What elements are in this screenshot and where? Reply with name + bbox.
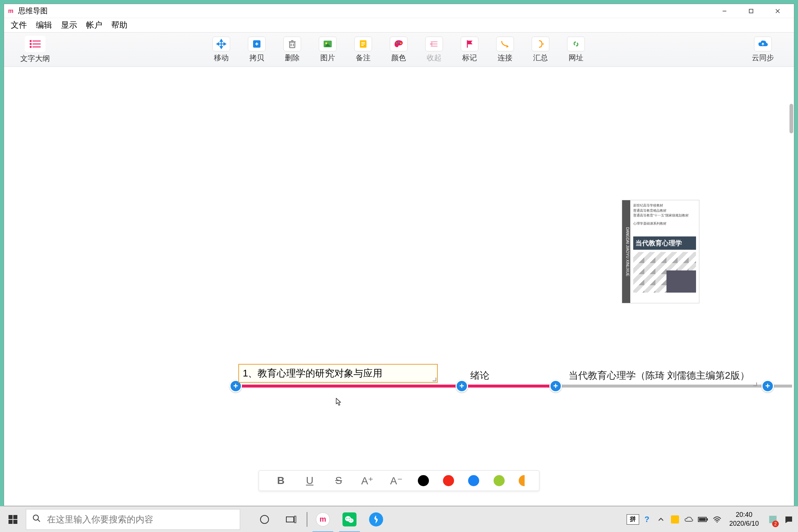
node-image-book[interactable]: DANGDAI JIAOYU XINLIXUE 新世纪高等学校教材 普通高等教育…: [622, 200, 699, 303]
format-bold[interactable]: B: [273, 473, 288, 488]
search-icon: [32, 514, 41, 525]
add-node-button[interactable]: +: [761, 380, 774, 392]
svg-point-52: [348, 518, 354, 523]
svg-point-33: [400, 42, 402, 44]
tray-chevron-up-icon[interactable]: [655, 507, 667, 532]
search-placeholder: 在这里输入你要搜索的内容: [47, 514, 153, 525]
color-blue[interactable]: [468, 475, 479, 486]
title-bar: m 思维导图: [4, 4, 794, 18]
svg-point-56: [351, 519, 352, 520]
minimize-button[interactable]: [711, 4, 738, 18]
flag-icon: [461, 37, 478, 51]
color-black[interactable]: [418, 475, 429, 486]
svg-point-48: [260, 515, 269, 524]
svg-rect-1: [749, 9, 753, 13]
maximize-button[interactable]: [738, 4, 764, 18]
svg-point-6: [30, 43, 31, 44]
svg-rect-49: [286, 517, 294, 522]
cursor-icon: [336, 398, 342, 406]
app-logo-icon: m: [7, 7, 14, 15]
menu-help[interactable]: 帮助: [108, 18, 131, 32]
note-icon: [354, 37, 372, 51]
trash-icon: [283, 37, 301, 51]
tool-outline[interactable]: 文字大纲: [19, 35, 51, 64]
tool-note[interactable]: 备注: [347, 35, 379, 64]
app-window: m 思维导图 文件 编辑 显示 帐户 帮助 文字大纲 移动 拷贝 删除: [4, 4, 794, 506]
mindmap-canvas[interactable]: DANGDAI JIAOYU XINLIXUE 新世纪高等学校教材 普通高等教育…: [4, 67, 794, 506]
svg-rect-44: [8, 520, 13, 524]
tool-flag[interactable]: 标记: [453, 35, 486, 64]
svg-marker-14: [217, 43, 219, 45]
color-green[interactable]: [494, 475, 505, 486]
svg-point-31: [396, 42, 398, 44]
close-button[interactable]: [764, 4, 791, 18]
node-label-mid[interactable]: 绪论: [470, 369, 490, 382]
menu-view[interactable]: 显示: [57, 18, 81, 32]
tray-help-icon[interactable]: ?: [641, 507, 653, 532]
add-node-button[interactable]: +: [456, 380, 468, 392]
task-icons: m: [251, 507, 389, 532]
tool-summary[interactable]: 汇总: [524, 35, 557, 64]
book-cover: 新世纪高等学校教材 普通高等教育精品教材 普通高等教育"十一五"国家级规划教材 …: [630, 200, 699, 296]
tray-app-badge-icon[interactable]: 2: [765, 507, 781, 532]
tool-image[interactable]: 图片: [311, 35, 344, 64]
taskbar-app-thunder[interactable]: [363, 507, 389, 532]
cortana-icon[interactable]: [251, 507, 278, 532]
tray-onedrive-icon[interactable]: [683, 507, 695, 532]
taskbar-search[interactable]: 在这里输入你要搜索的内容: [26, 509, 240, 530]
ime-indicator[interactable]: 拼: [627, 507, 639, 532]
tool-delete[interactable]: 删除: [276, 35, 308, 64]
svg-point-46: [33, 515, 38, 520]
taskbar-app-mindmap[interactable]: m: [310, 507, 336, 532]
tool-copy[interactable]: 拷贝: [241, 35, 273, 64]
node-editing-input[interactable]: 1、教育心理学的研究对象与应用: [238, 364, 438, 383]
move-icon: [212, 37, 230, 51]
outline-icon: [25, 36, 45, 52]
color-orange[interactable]: [519, 475, 525, 486]
connect-icon: [496, 37, 514, 51]
resize-handle-icon[interactable]: [753, 382, 757, 386]
taskbar-clock[interactable]: 20:40 2020/6/10: [725, 511, 763, 528]
tool-cloud-sync[interactable]: 云同步: [747, 35, 779, 64]
format-font-larger[interactable]: A⁺: [360, 473, 375, 488]
branch-line-1: [236, 385, 461, 388]
svg-line-47: [38, 519, 40, 522]
svg-rect-50: [294, 516, 296, 523]
svg-marker-37: [430, 43, 432, 45]
svg-rect-59: [699, 518, 706, 521]
menu-edit[interactable]: 编辑: [32, 18, 56, 32]
svg-point-53: [347, 518, 348, 519]
add-node-button[interactable]: +: [549, 380, 562, 392]
svg-point-54: [349, 518, 350, 519]
format-font-smaller[interactable]: A⁻: [389, 473, 404, 488]
vertical-scrollbar[interactable]: [790, 104, 793, 133]
svg-rect-58: [707, 518, 708, 521]
svg-marker-13: [220, 47, 222, 48]
system-tray: 拼 ? 20:40 2020/6/10 2: [627, 507, 798, 532]
svg-marker-39: [507, 45, 509, 48]
window-title: 思维导图: [18, 6, 711, 16]
svg-point-32: [398, 41, 400, 43]
tray-wifi-icon[interactable]: [711, 507, 723, 532]
tool-connect[interactable]: 连接: [489, 35, 521, 64]
tray-app-icon[interactable]: [669, 507, 681, 532]
resize-handle-icon[interactable]: [432, 377, 436, 381]
tool-collapse[interactable]: 收起: [418, 35, 450, 64]
format-strike[interactable]: S: [331, 473, 346, 488]
action-center-icon[interactable]: [782, 507, 795, 532]
taskbar-app-wechat[interactable]: [336, 507, 363, 532]
color-red[interactable]: [443, 475, 454, 486]
tool-url[interactable]: 网址: [560, 35, 592, 64]
menu-file[interactable]: 文件: [7, 18, 31, 32]
svg-rect-45: [13, 520, 17, 524]
node-label-root[interactable]: 当代教育心理学（陈琦 刘儒德主编第2版）: [569, 369, 750, 382]
menu-account[interactable]: 帐户: [82, 18, 106, 32]
taskview-icon[interactable]: [278, 507, 304, 532]
start-button[interactable]: [0, 507, 26, 532]
svg-rect-42: [8, 515, 13, 519]
tray-battery-icon[interactable]: [697, 507, 709, 532]
tool-move[interactable]: 移动: [205, 35, 238, 64]
separator: [307, 512, 307, 527]
tool-color[interactable]: 颜色: [382, 35, 415, 64]
format-underline[interactable]: U: [302, 473, 317, 488]
